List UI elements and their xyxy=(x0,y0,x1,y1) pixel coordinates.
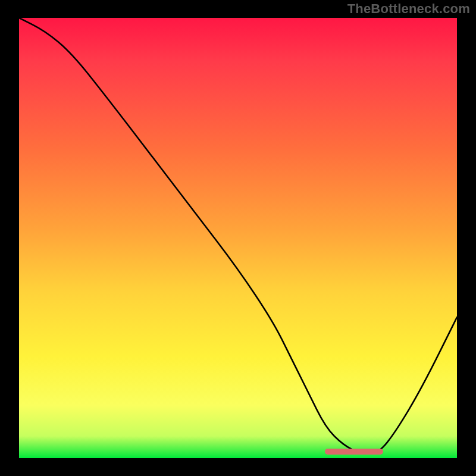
optimal-range-end-dot xyxy=(377,449,383,455)
chart-frame: TheBottleneck.com xyxy=(0,0,476,476)
attribution-text: TheBottleneck.com xyxy=(347,1,470,17)
optimal-range-marker xyxy=(325,449,383,455)
optimal-range-mid-dot xyxy=(351,449,357,455)
bottleneck-curve xyxy=(19,18,457,458)
optimal-range-start-dot xyxy=(325,449,331,455)
plot-area xyxy=(19,18,457,458)
